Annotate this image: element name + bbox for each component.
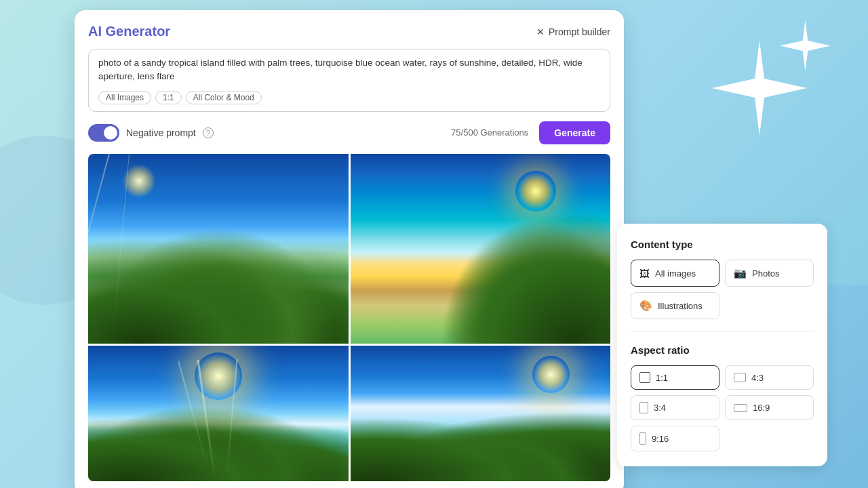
sparkle-small [780,20,831,71]
divider [631,331,814,332]
illustrations-label: Illustrations [658,301,703,311]
ratio-3-4[interactable]: 3:4 [631,395,719,420]
prompt-text: photo of a sandy tropical island filled … [98,56,600,84]
aspect-ratio-title: Aspect ratio [631,344,814,356]
image-grid [88,154,610,481]
image-cell-1 [88,154,349,344]
all-images-icon: 🖼 [639,268,650,279]
ratio-9-16[interactable]: 9:16 [631,426,719,451]
ratio-1-1-label: 1:1 [656,373,668,383]
tag-color-mood[interactable]: All Color & Mood [186,91,262,104]
aspect-ratio-options: 1:1 4:3 3:4 16:9 9:16 [631,365,814,451]
content-type-title: Content type [631,239,814,250]
prompt-builder-label: Prompt builder [549,26,610,37]
ratio-1-1[interactable]: 1:1 [631,365,719,390]
side-card: Content type 🖼 All images 📷 Photos 🎨 Ill… [617,224,827,466]
ratio-1-1-icon [639,372,650,383]
ratio-16-9-icon [734,404,747,412]
ratio-16-9-label: 16:9 [753,403,770,413]
ratio-3-4-label: 3:4 [654,403,666,413]
main-card: AI Generator ✕ Prompt builder photo of a… [75,10,624,488]
generate-button[interactable]: Generate [539,121,610,144]
negative-prompt-label: Negative prompt [126,127,196,138]
controls-row: Negative prompt ? 75/500 Generations Gen… [88,121,610,144]
right-controls: 75/500 Generations Generate [451,121,610,144]
prompt-builder-icon: ✕ [536,26,545,37]
content-type-photos[interactable]: 📷 Photos [725,260,814,287]
photos-label: Photos [752,268,779,279]
ratio-3-4-icon [639,402,648,413]
app-title: AI Generator [88,24,170,39]
ratio-4-3[interactable]: 4:3 [725,365,814,390]
image-cell-4 [351,346,611,481]
ratio-4-3-icon [734,373,746,382]
ratio-9-16-label: 9:16 [652,434,669,444]
prompt-tags: All Images 1:1 All Color & Mood [98,91,600,104]
negative-prompt-toggle[interactable] [88,124,119,142]
help-icon[interactable]: ? [203,127,214,138]
ratio-9-16-icon [639,432,646,445]
image-cell-3 [88,346,349,481]
sparkle-large [712,41,807,136]
illustrations-icon: 🎨 [639,300,652,312]
tag-ratio[interactable]: 1:1 [155,91,182,104]
image-cell-2 [351,154,611,344]
card-header: AI Generator ✕ Prompt builder [88,24,610,39]
ratio-16-9[interactable]: 16:9 [725,395,814,420]
content-type-illustrations[interactable]: 🎨 Illustrations [631,292,719,319]
prompt-builder-button[interactable]: ✕ Prompt builder [536,26,610,37]
toggle-group: Negative prompt ? [88,124,214,142]
photos-icon: 📷 [734,267,747,279]
prompt-area[interactable]: photo of a sandy tropical island filled … [88,49,610,112]
illustrations-row: 🎨 Illustrations [631,292,814,319]
ratio-4-3-label: 4:3 [751,373,764,383]
sparkle-decoration [692,20,827,169]
generations-count: 75/500 Generations [451,127,528,138]
content-type-options: 🖼 All images 📷 Photos [631,260,814,287]
tag-all-images[interactable]: All Images [98,91,151,104]
content-type-all-images[interactable]: 🖼 All images [631,260,719,287]
all-images-label: All images [655,268,696,279]
